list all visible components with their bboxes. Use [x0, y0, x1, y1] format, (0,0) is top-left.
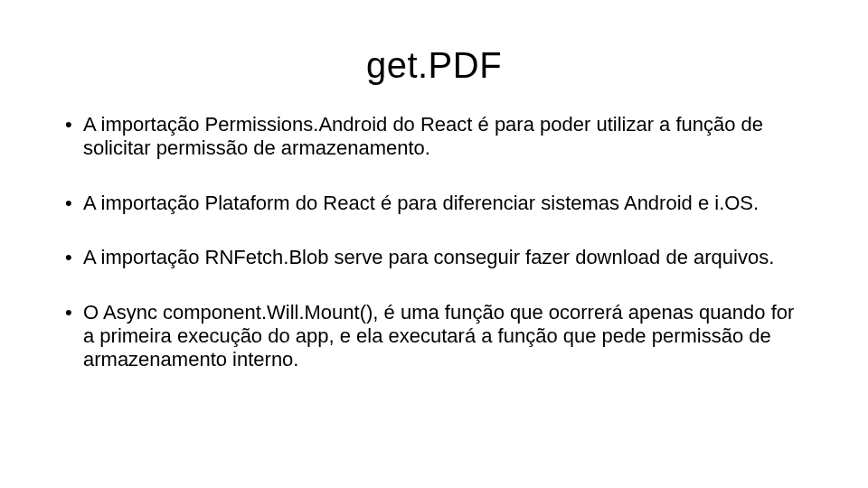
list-item: A importação Permissions.Android do Reac… [63, 113, 805, 161]
slide-title: get.PDF [63, 45, 805, 86]
bullet-list: A importação Permissions.Android do Reac… [63, 113, 805, 372]
list-item: O Async component.Will.Mount(), é uma fu… [63, 301, 805, 372]
list-item: A importação RNFetch.Blob serve para con… [63, 246, 805, 269]
list-item: A importação Plataform do React é para d… [63, 192, 805, 215]
slide: get.PDF A importação Permissions.Android… [0, 0, 868, 488]
